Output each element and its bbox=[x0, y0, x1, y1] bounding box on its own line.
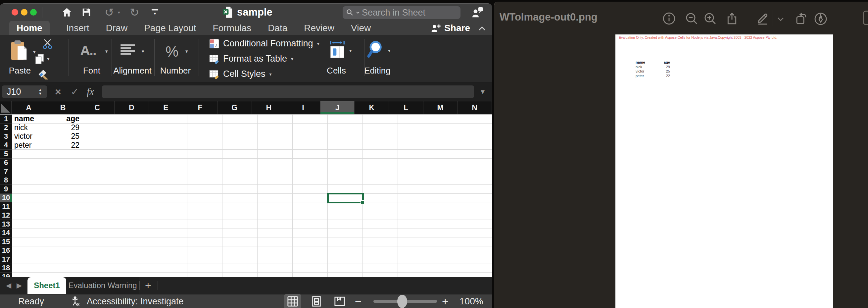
cell-B8[interactable] bbox=[47, 176, 82, 185]
cell-G15[interactable] bbox=[222, 238, 257, 246]
cell-D2[interactable] bbox=[117, 124, 152, 132]
cell-L18[interactable] bbox=[398, 264, 433, 273]
cell-B15[interactable] bbox=[47, 238, 82, 246]
cell-H8[interactable] bbox=[257, 176, 292, 185]
cell-H5[interactable] bbox=[257, 150, 292, 159]
cell-F13[interactable] bbox=[187, 220, 222, 229]
cell-N4[interactable] bbox=[468, 141, 492, 150]
sheet-tab-sheet1[interactable]: Sheet1 bbox=[28, 277, 66, 294]
row-header-3[interactable]: 3 bbox=[0, 132, 12, 141]
cell-C15[interactable] bbox=[82, 238, 117, 246]
cell-J11[interactable] bbox=[328, 202, 363, 211]
cell-M2[interactable] bbox=[433, 124, 468, 132]
cell-K8[interactable] bbox=[363, 176, 398, 185]
cell-I2[interactable] bbox=[292, 124, 328, 132]
cell-M1[interactable] bbox=[433, 115, 468, 124]
cell-A12[interactable] bbox=[12, 211, 47, 220]
cell-H11[interactable] bbox=[257, 202, 292, 211]
cell-D6[interactable] bbox=[117, 159, 152, 167]
row-header-2[interactable]: 2 bbox=[0, 124, 12, 132]
share-button[interactable]: Share bbox=[430, 23, 470, 33]
cell-I6[interactable] bbox=[292, 159, 328, 167]
cell-B1[interactable]: age bbox=[47, 115, 82, 124]
cell-H4[interactable] bbox=[257, 141, 292, 150]
cell-C12[interactable] bbox=[82, 211, 117, 220]
cell-B10[interactable] bbox=[47, 194, 82, 203]
cell-N10[interactable] bbox=[468, 194, 492, 203]
cell-C3[interactable] bbox=[82, 132, 117, 141]
cell-H3[interactable] bbox=[257, 132, 292, 141]
cell-H15[interactable] bbox=[257, 238, 292, 246]
column-header-A[interactable]: A bbox=[11, 101, 46, 114]
cell-F5[interactable] bbox=[187, 150, 222, 159]
cell-L10[interactable] bbox=[398, 194, 433, 203]
function-icon[interactable]: fx bbox=[87, 86, 94, 98]
cell-C16[interactable] bbox=[82, 246, 117, 255]
cell-F14[interactable] bbox=[187, 229, 222, 238]
search-input[interactable] bbox=[362, 8, 479, 18]
cell-D7[interactable] bbox=[117, 167, 152, 176]
row-header-18[interactable]: 18 bbox=[0, 264, 12, 273]
cell-C19[interactable] bbox=[82, 273, 117, 277]
cells-caret-icon[interactable]: ▾ bbox=[349, 48, 352, 54]
row-header-14[interactable]: 14 bbox=[0, 229, 12, 238]
cell-L5[interactable] bbox=[398, 150, 433, 159]
cell-E10[interactable] bbox=[152, 194, 187, 203]
tab-insert[interactable]: Insert bbox=[66, 23, 89, 33]
column-header-M[interactable]: M bbox=[424, 101, 458, 114]
cell-M13[interactable] bbox=[433, 220, 468, 229]
cell-N13[interactable] bbox=[468, 220, 492, 229]
cell-L12[interactable] bbox=[398, 211, 433, 220]
cell-I12[interactable] bbox=[292, 211, 328, 220]
redo-icon[interactable]: ↻ bbox=[130, 7, 140, 18]
chevron-down-icon[interactable] bbox=[776, 16, 785, 23]
cell-G12[interactable] bbox=[222, 211, 257, 220]
tab-view[interactable]: View bbox=[351, 23, 371, 33]
cell-F6[interactable] bbox=[187, 159, 222, 167]
close-button[interactable] bbox=[11, 9, 18, 16]
cell-E13[interactable] bbox=[152, 220, 187, 229]
cell-K19[interactable] bbox=[363, 273, 398, 277]
cell-F18[interactable] bbox=[187, 264, 222, 273]
row-header-19[interactable]: 19 bbox=[0, 273, 12, 277]
cell-L7[interactable] bbox=[398, 167, 433, 176]
cell-E18[interactable] bbox=[152, 264, 187, 273]
tab-formulas[interactable]: Formulas bbox=[213, 23, 251, 33]
cell-E9[interactable] bbox=[152, 185, 187, 194]
row-header-13[interactable]: 13 bbox=[0, 220, 12, 229]
cell-K9[interactable] bbox=[363, 185, 398, 194]
cell-I5[interactable] bbox=[292, 150, 328, 159]
alignment-icon[interactable] bbox=[121, 44, 136, 55]
markup-pen-icon[interactable] bbox=[814, 12, 828, 26]
cell-M11[interactable] bbox=[433, 202, 468, 211]
column-header-F[interactable]: F bbox=[183, 101, 217, 114]
normal-view-button[interactable] bbox=[284, 294, 301, 308]
cell-L8[interactable] bbox=[398, 176, 433, 185]
cell-H6[interactable] bbox=[257, 159, 292, 167]
cell-M9[interactable] bbox=[433, 185, 468, 194]
cell-C5[interactable] bbox=[82, 150, 117, 159]
cell-J10[interactable] bbox=[328, 194, 363, 203]
cell-A17[interactable] bbox=[12, 255, 47, 264]
cell-K14[interactable] bbox=[363, 229, 398, 238]
cell-L2[interactable] bbox=[398, 124, 433, 132]
cell-D15[interactable] bbox=[117, 238, 152, 246]
column-header-D[interactable]: D bbox=[115, 101, 149, 114]
prev-sheet-icon[interactable]: ◀ bbox=[6, 281, 11, 289]
cell-G1[interactable] bbox=[222, 115, 257, 124]
cell-C6[interactable] bbox=[82, 159, 117, 167]
cell-E15[interactable] bbox=[152, 238, 187, 246]
cell-M4[interactable] bbox=[433, 141, 468, 150]
cell-E2[interactable] bbox=[152, 124, 187, 132]
share-icon[interactable] bbox=[725, 12, 739, 25]
cell-M16[interactable] bbox=[433, 246, 468, 255]
cell-L13[interactable] bbox=[398, 220, 433, 229]
cell-H17[interactable] bbox=[257, 255, 292, 264]
cell-L6[interactable] bbox=[398, 159, 433, 167]
cell-D3[interactable] bbox=[117, 132, 152, 141]
cell-A9[interactable] bbox=[12, 185, 47, 194]
cell-N14[interactable] bbox=[468, 229, 492, 238]
cell-J1[interactable] bbox=[328, 115, 363, 124]
cell-H12[interactable] bbox=[257, 211, 292, 220]
cell-J18[interactable] bbox=[328, 264, 363, 273]
